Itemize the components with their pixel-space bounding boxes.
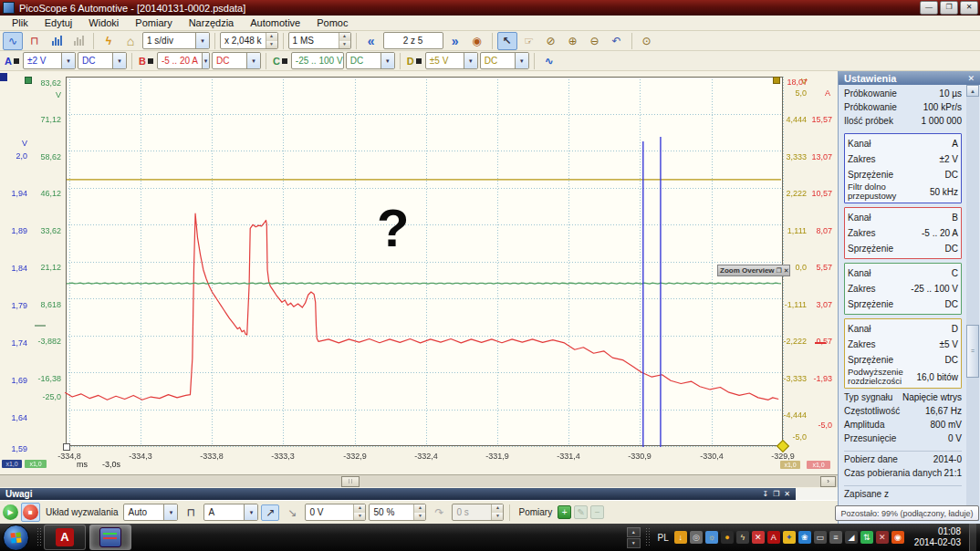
menu-item-pomoc[interactable]: Pomoc — [308, 16, 356, 31]
chevron-down-icon[interactable]: ▾ — [246, 53, 260, 68]
chevron-down-icon[interactable]: ▾ — [202, 53, 209, 68]
spin-down-icon[interactable]: ▼ — [339, 41, 350, 49]
hand-tool-icon[interactable]: ☞ — [519, 32, 539, 50]
chevron-down-icon[interactable]: ▾ — [195, 33, 209, 48]
chevron-down-icon[interactable]: ▾ — [61, 53, 75, 68]
probe-wizard-icon[interactable]: ∿ — [539, 52, 559, 70]
undo-zoom-icon[interactable]: ↶ — [607, 32, 627, 50]
power-alert-icon[interactable]: ϟ — [736, 531, 749, 544]
update-download-icon[interactable]: ↓ — [674, 531, 687, 544]
channel-d-range-select[interactable]: ±5 V▾ — [425, 52, 478, 69]
horizontal-scrollbar[interactable]: | | › — [0, 474, 838, 487]
channel-a-marker[interactable] — [0, 73, 7, 81]
channel-b-coupling-select[interactable]: DC▾ — [212, 52, 261, 69]
search-icon[interactable]: ✦ — [783, 531, 796, 544]
channel-a-coupling-select[interactable]: DC▾ — [78, 52, 127, 69]
panel-scrollbar[interactable]: ▲ = ▼ — [966, 85, 979, 521]
display-icon[interactable]: ▭ — [814, 531, 827, 544]
axis-scale-badge-d[interactable]: x1,0 — [780, 461, 800, 469]
buffer-navigator-icon[interactable]: ◉ — [467, 32, 487, 50]
prev-buffer-icon[interactable]: « — [361, 32, 381, 50]
close-icon[interactable]: ✕ — [784, 267, 789, 275]
spin-up-icon[interactable]: ▲ — [266, 33, 277, 41]
taskbar-item-picoscope[interactable] — [89, 525, 131, 550]
channel-b-range-select[interactable]: -5 .. 20 A▾ — [157, 52, 210, 69]
zoom-in-icon[interactable]: ⊕ — [563, 32, 583, 50]
chevron-down-icon[interactable]: ▾ — [515, 53, 528, 68]
title-bar[interactable]: PicoScope 6 Automotive - [20140131-0002.… — [0, 0, 980, 16]
zoom-out-icon[interactable]: ⊖ — [585, 32, 605, 50]
language-indicator[interactable]: PL — [655, 533, 672, 543]
close-icon[interactable]: ✕ — [967, 74, 975, 83]
chevron-down-icon[interactable]: ▾ — [381, 53, 394, 68]
next-buffer-icon[interactable]: » — [445, 32, 465, 50]
minimize-button[interactable]: — — [920, 1, 938, 15]
trigger-mode-select[interactable]: Auto ▾ — [123, 504, 178, 521]
home-icon[interactable]: ⌂ — [120, 32, 141, 50]
scope-view-icon[interactable]: ∿ — [3, 32, 23, 50]
spin-down-icon[interactable]: ▼ — [266, 41, 277, 49]
spin-up-icon[interactable]: ▲ — [354, 504, 365, 513]
taskbar-item-acrobat[interactable]: A — [44, 525, 86, 550]
pin-icon[interactable]: ↧ — [762, 490, 768, 498]
trigger-level-stepper[interactable]: 0 V ▲▼ — [305, 504, 366, 521]
close-icon[interactable]: ✕ — [784, 490, 790, 498]
channel-d-marker[interactable] — [773, 77, 780, 84]
menu-item-pomiary[interactable]: Pomiary — [127, 16, 180, 31]
reader-icon[interactable]: A — [767, 531, 780, 544]
spectrum-view-icon[interactable] — [47, 32, 67, 50]
zoom-factor-stepper[interactable]: x 2,048 k ▲▼ — [220, 32, 278, 49]
channel-c-range-select[interactable]: -25 .. 100 V▾ — [291, 52, 344, 69]
meter-icon[interactable]: ◎ — [690, 531, 703, 544]
channel-a-range-select[interactable]: ±2 V▾ — [23, 52, 76, 69]
buffer-position-field[interactable]: 2 z 5 — [383, 32, 443, 49]
chevron-down-icon[interactable]: ▾ — [244, 504, 257, 520]
channel-c-marker[interactable] — [25, 77, 32, 84]
panel-scrollbar-thumb[interactable]: = — [966, 325, 979, 378]
chevron-down-icon[interactable]: ▾ — [112, 53, 126, 68]
maximize-button[interactable]: ❐ — [940, 1, 958, 15]
menu-item-widoki[interactable]: Widoki — [80, 16, 127, 31]
trigger-source-select[interactable]: A ▾ — [203, 504, 258, 521]
spin-up-icon[interactable]: ▲ — [339, 33, 350, 41]
sample-count-stepper[interactable]: 1 MS ▲▼ — [288, 32, 351, 49]
channel-d-coupling-select[interactable]: DC▾ — [480, 52, 529, 69]
spin-up-icon[interactable]: ▲ — [414, 504, 425, 513]
zoom-100-icon[interactable]: ⊙ — [637, 32, 657, 50]
scope-plot[interactable] — [0, 71, 838, 488]
scroll-right-icon[interactable]: › — [820, 476, 836, 487]
chevron-down-icon[interactable]: ▾ — [163, 504, 177, 520]
chevron-down-icon[interactable]: ▾ — [464, 53, 477, 68]
menu-item-automotive[interactable]: Automotive — [242, 16, 308, 31]
sync-icon[interactable]: ⇅ — [860, 531, 873, 544]
menu-item-narzędzia[interactable]: Narzędzia — [181, 16, 243, 31]
marquee-zoom-icon[interactable]: ⊘ — [541, 32, 561, 50]
settings-panel-header[interactable]: Ustawienia ✕ — [839, 71, 980, 85]
close-button[interactable]: ✕ — [960, 1, 978, 15]
security-alert-icon[interactable]: ✕ — [752, 531, 765, 544]
falling-edge-icon[interactable]: ↘ — [282, 504, 302, 522]
axis-scale-badge-a[interactable]: x1,0 — [2, 460, 22, 468]
start-capture-button[interactable]: ▶ — [3, 504, 18, 520]
timebase-select[interactable]: 1 s/div ▾ — [142, 32, 210, 49]
volume-muted-icon[interactable]: ✕ — [876, 531, 889, 544]
add-measurement-button[interactable]: + — [558, 505, 571, 519]
taskbar-clock[interactable]: 01:08 2014-02-03 — [907, 526, 966, 548]
notes-bar[interactable]: Uwagi ↧ ❐ ✕ — [0, 488, 796, 500]
scrollbar-thumb[interactable]: | | — [341, 476, 360, 487]
menu-item-plik[interactable]: Plik — [4, 16, 36, 31]
spin-down-icon[interactable]: ▼ — [354, 513, 365, 521]
axis-scale-badge-b[interactable]: x1,0 — [807, 461, 830, 469]
persistence-view-icon[interactable]: ⊓ — [25, 32, 45, 50]
tray-expand-arrows[interactable]: ▲▼ — [627, 527, 641, 548]
float-icon[interactable]: ❐ — [777, 267, 782, 275]
record-icon[interactable]: ◉ — [891, 531, 904, 544]
network-signal-icon[interactable]: ◢ — [845, 531, 858, 544]
advanced-trigger-icon[interactable]: ⊓ — [181, 504, 201, 522]
axis-scale-badge-c[interactable]: x1,0 — [25, 460, 47, 468]
spin-down-icon[interactable]: ▼ — [414, 513, 425, 521]
menu-item-edytuj[interactable]: Edytuj — [36, 16, 81, 31]
stop-capture-button[interactable]: ■ — [23, 504, 38, 520]
weather-icon[interactable]: ☼ — [705, 531, 718, 544]
plug-icon[interactable]: ≡ — [829, 531, 842, 544]
